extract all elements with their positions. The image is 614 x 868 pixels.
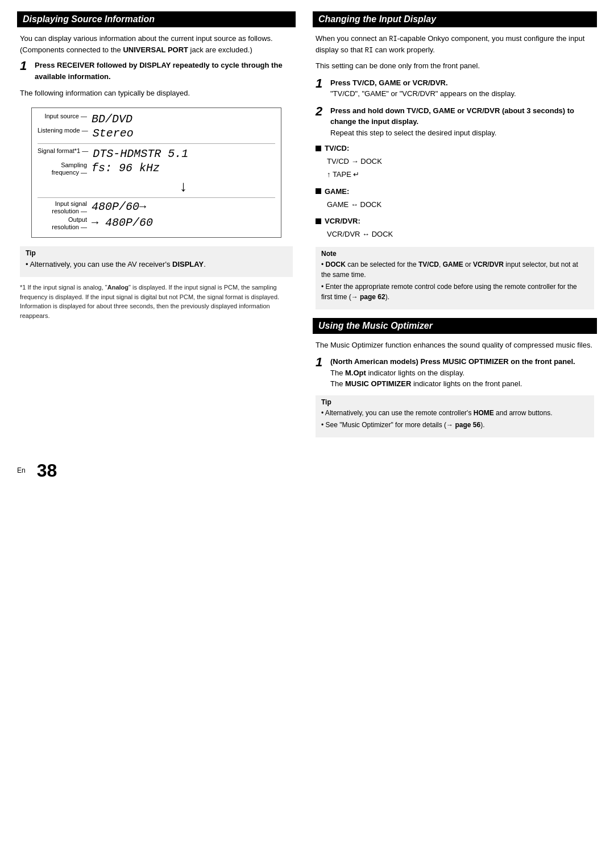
diagram-sep1 xyxy=(38,143,275,144)
section2-intro: The Music Optimizer function enhances th… xyxy=(316,340,594,351)
diagram-row-input-res: Input signalresolution — 480P/60→ xyxy=(38,200,275,215)
right-section1-title: Changing the Input Display xyxy=(313,11,597,27)
diagram-row-signal: Signal format*1 — DTS-HDMSTR 5.1 xyxy=(38,147,275,160)
step1-content: Press RECEIVER followed by DISPLAY repea… xyxy=(35,60,293,82)
left-section-body: You can display various information abou… xyxy=(17,33,296,320)
label-listening: Listening mode — xyxy=(38,127,93,134)
tip-box-2: Tip • Alternatively, you can use the rem… xyxy=(316,395,594,437)
diagram-row-input-source: Input source — BD/DVD xyxy=(38,113,275,126)
vcrdvr-bullet xyxy=(316,218,321,224)
note-header-1: Note xyxy=(321,250,588,258)
game-title: GAME: xyxy=(325,187,349,196)
game-bullet xyxy=(316,188,321,194)
label-input-source: Input source — xyxy=(38,113,92,119)
left-section-title: Displaying Source Information xyxy=(17,11,296,27)
right-step2-body: Repeat this step to select the desired i… xyxy=(330,129,496,137)
game-label: GAME: xyxy=(316,187,594,196)
tip-box-1: Tip • Alternatively, you can use the AV … xyxy=(20,246,293,278)
right-step2-content: Press and hold down TV/CD, GAME or VCR/D… xyxy=(330,105,594,139)
step-number-1: 1 xyxy=(20,60,30,82)
arrow-right-tvcd: → xyxy=(351,157,359,166)
value-listening: Stereo xyxy=(93,127,134,140)
right-column: Changing the Input Display When you conn… xyxy=(313,11,597,443)
right-step1-bold: Press TV/CD, GAME or VCR/DVR. xyxy=(330,78,448,87)
tvcd-bullet xyxy=(316,146,321,151)
left-intro: You can display various information abou… xyxy=(20,33,293,55)
footnote-marker: *1 xyxy=(20,284,26,291)
game-diagram: GAME ↔ DOCK xyxy=(327,198,594,211)
vcrdvr-diagram-text: VCR/DVR ↔ DOCK xyxy=(327,230,393,238)
right-step1-body: "TV/CD", "GAME" or "VCR/DVR" appears on … xyxy=(330,89,516,98)
diagram-row-sampling: Samplingfrequency — fs: 96 kHz xyxy=(38,162,275,176)
left-step1: 1 Press RECEIVER followed by DISPLAY rep… xyxy=(20,60,293,82)
label-output-res: Outputresolution — xyxy=(38,216,92,231)
value-signal: DTS-HDMSTR 5.1 xyxy=(93,147,188,160)
tvcd-label: TV/CD: xyxy=(316,144,594,152)
diagram-row-listening: Listening mode — Stereo xyxy=(38,127,275,140)
right-step1: 1 Press TV/CD, GAME or VCR/DVR. "TV/CD",… xyxy=(316,77,594,100)
right-section1-body: When you connect an RI-capable Onkyo com… xyxy=(313,33,597,309)
following-text: The following information can typically … xyxy=(20,88,293,99)
right-section2-title: Using the Music Optimizer xyxy=(313,318,597,334)
tip-text-1: • Alternatively, you can use the AV rece… xyxy=(26,259,287,270)
page-footer: En 38 xyxy=(17,460,597,481)
value-sampling: fs: 96 kHz xyxy=(92,162,160,175)
page-number: 38 xyxy=(37,460,57,481)
tvcd-line2: ↑ TAPE ↵ xyxy=(327,170,359,179)
value-input-source: BD/DVD xyxy=(92,113,132,126)
vcrdvr-title: VCR/DVR: xyxy=(325,217,360,225)
music-step1: 1 (North American models) Press MUSIC OP… xyxy=(316,356,594,390)
note-item-2: • Enter the appropriate remote control c… xyxy=(321,282,588,302)
left-column: Displaying Source Information You can di… xyxy=(17,11,296,325)
music-step1-body2: The MUSIC OPTIMIZER indicator lights on … xyxy=(330,379,522,388)
right-section2-body: The Music Optimizer function enhances th… xyxy=(313,340,597,437)
right-step-num-2: 2 xyxy=(316,105,326,139)
right-step1-content: Press TV/CD, GAME or VCR/DVR. "TV/CD", "… xyxy=(330,77,594,100)
vcrdvr-label: VCR/DVR: xyxy=(316,217,594,225)
game-diagram-text: GAME ↔ DOCK xyxy=(327,200,381,209)
tip2-item2: • See "Music Optimizer" for more details… xyxy=(321,420,588,430)
tvcd-line1: TV/CD → DOCK xyxy=(327,157,382,166)
tvcd-diagram: TV/CD → DOCK ↑ TAPE ↵ xyxy=(327,155,594,181)
tip-header-1: Tip xyxy=(26,249,287,257)
diagram-arrow-down: ↓ xyxy=(92,177,275,195)
page-layout: Displaying Source Information You can di… xyxy=(17,11,597,443)
lang-label: En xyxy=(17,466,26,474)
step1-bold: Press RECEIVER followed by DISPLAY repea… xyxy=(35,61,283,81)
footnote-1: *1 If the input signal is analog, "Analo… xyxy=(20,283,293,320)
label-sampling: Samplingfrequency — xyxy=(38,162,92,176)
music-step-num-1: 1 xyxy=(316,356,326,390)
note-item-1: • DOCK can be selected for the TV/CD, GA… xyxy=(321,259,588,280)
label-signal: Signal format*1 — xyxy=(38,147,93,154)
tip-header-2: Tip xyxy=(321,398,588,406)
right-step2-bold: Press and hold down TV/CD, GAME or VCR/D… xyxy=(330,106,574,126)
tvcd-title: TV/CD: xyxy=(325,144,349,152)
diagram-row-output-res: Outputresolution — → 480P/60 xyxy=(38,216,275,231)
display-diagram: Input source — BD/DVD Listening mode — S… xyxy=(31,108,281,238)
section1-intro1: When you connect an RI-capable Onkyo com… xyxy=(316,33,594,56)
value-output-res: → 480P/60 xyxy=(92,216,153,229)
diagram-sep2 xyxy=(38,197,275,198)
music-step1-content: (North American models) Press MUSIC OPTI… xyxy=(330,356,594,390)
music-step1-body1: The M.Opt indicator lights on the displa… xyxy=(330,369,464,377)
section1-intro2: This setting can be done only from the f… xyxy=(316,60,594,72)
music-step1-bold: (North American models) Press MUSIC OPTI… xyxy=(330,357,575,366)
note-box-1: Note • DOCK can be selected for the TV/C… xyxy=(316,247,594,309)
vcrdvr-diagram: VCR/DVR ↔ DOCK xyxy=(327,228,594,241)
label-input-res: Input signalresolution — xyxy=(38,200,92,215)
value-input-res: 480P/60→ xyxy=(92,200,146,213)
right-step-num-1: 1 xyxy=(316,77,326,100)
right-step2: 2 Press and hold down TV/CD, GAME or VCR… xyxy=(316,105,594,139)
tip2-item1: • Alternatively, you can use the remote … xyxy=(321,408,588,418)
